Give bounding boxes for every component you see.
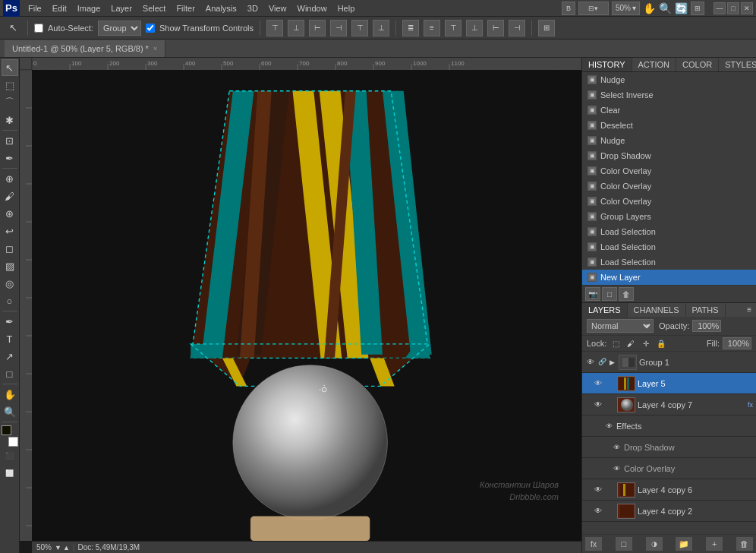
align-vcenter-btn[interactable]: ⊥ xyxy=(288,20,304,36)
auto-select-dropdown[interactable]: Group xyxy=(98,21,141,36)
pen-tool[interactable]: ✒ xyxy=(2,313,18,330)
maximize-btn[interactable]: □ xyxy=(727,2,739,14)
menu-view[interactable]: View xyxy=(263,2,292,14)
eye-icon[interactable]: 👁 xyxy=(593,485,603,495)
type-tool[interactable]: T xyxy=(2,330,18,347)
history-item[interactable]: ▣Group Layers xyxy=(582,209,756,224)
delete-history-btn[interactable]: 🗑 xyxy=(619,287,634,301)
history-item[interactable]: ▣Color Overlay xyxy=(582,179,756,194)
menu-layer[interactable]: Layer xyxy=(106,2,137,14)
marquee-tool[interactable]: ⬚ xyxy=(2,77,18,93)
menu-filter[interactable]: Filter xyxy=(171,2,200,14)
align-top-btn[interactable]: ⊤ xyxy=(266,20,283,36)
history-item[interactable]: ▣Color Overlay xyxy=(582,194,756,209)
eye-icon[interactable]: 👁 xyxy=(611,442,622,453)
show-transform-checkbox[interactable] xyxy=(146,24,155,33)
effect-drop-shadow[interactable]: 👁 Drop Shadow xyxy=(582,437,756,458)
blend-mode-arrow[interactable]: ▾ xyxy=(646,322,650,330)
history-item[interactable]: ▣Clear xyxy=(582,103,756,118)
zoom-icon[interactable]: 🔍 xyxy=(659,2,672,14)
history-item[interactable]: ▣New Layer xyxy=(582,270,756,285)
tab-color[interactable]: COLOR xyxy=(676,58,719,71)
eye-icon[interactable]: 👁 xyxy=(593,378,603,389)
zoom-controls[interactable]: ▼ ▲ xyxy=(55,544,70,551)
eye-icon[interactable]: 👁 xyxy=(585,357,596,368)
eye-icon[interactable]: 👁 xyxy=(603,421,614,431)
align-bottom-btn[interactable]: ⊢ xyxy=(309,20,326,36)
history-item[interactable]: ▣Drop Shadow xyxy=(582,148,756,163)
dodge-tool[interactable]: ○ xyxy=(2,292,18,309)
layer-item[interactable]: 👁 Layer 4 copy 7 fx xyxy=(582,394,756,416)
gradient-tool[interactable]: ▨ xyxy=(2,258,18,274)
brush-tool[interactable]: 🖌 xyxy=(2,188,18,204)
arrange-icon[interactable]: ⊞ xyxy=(691,2,704,15)
zoom-tool[interactable]: 🔍 xyxy=(2,403,18,420)
menu-select[interactable]: Select xyxy=(137,2,172,14)
distribute-btn5[interactable]: ⊢ xyxy=(487,20,504,36)
shape-tool[interactable]: □ xyxy=(2,365,18,382)
layers-panel-menu-btn[interactable]: ≡ xyxy=(742,303,756,317)
history-brush-tool[interactable]: ↩ xyxy=(2,223,18,239)
distribute-btn3[interactable]: ⊤ xyxy=(445,20,461,36)
close-btn[interactable]: ✕ xyxy=(741,2,753,14)
group-arrow[interactable]: ▶ xyxy=(610,359,615,366)
quick-select-tool[interactable]: ✱ xyxy=(2,112,18,128)
auto-select-checkbox[interactable] xyxy=(34,24,43,33)
menu-3d[interactable]: 3D xyxy=(242,2,263,14)
tab-close-btn[interactable]: × xyxy=(153,45,157,52)
eye-icon[interactable]: 👁 xyxy=(611,463,622,474)
layer-item[interactable]: 👁 Layer 4 copy 2 xyxy=(582,501,756,522)
create-layer-btn[interactable]: + xyxy=(706,537,723,551)
effects-item[interactable]: 👁 Effects xyxy=(582,416,756,437)
tab-paths[interactable]: PATHS xyxy=(686,303,726,317)
delete-layer-btn[interactable]: 🗑 xyxy=(736,537,753,551)
menu-analysis[interactable]: Analysis xyxy=(200,2,242,14)
history-item[interactable]: ▣Load Selection xyxy=(582,239,756,254)
foreground-color-swatch[interactable] xyxy=(2,425,11,435)
hand-tool[interactable]: ✋ xyxy=(2,386,18,403)
history-item[interactable]: ▣Color Overlay xyxy=(582,163,756,179)
create-snapshot-btn[interactable]: 📷 xyxy=(585,287,600,301)
align-hcenter-btn[interactable]: ⊤ xyxy=(351,20,368,36)
fill-input[interactable] xyxy=(723,337,751,349)
quick-mask-tool[interactable]: ⬛ xyxy=(2,447,18,464)
eye-icon[interactable]: 👁 xyxy=(593,400,603,410)
tab-action[interactable]: ACTION xyxy=(632,58,677,71)
zoom-level[interactable]: 50%▾ xyxy=(612,2,640,15)
history-item[interactable]: ▣Select Inverse xyxy=(582,87,756,103)
history-item[interactable]: ▣Nudge xyxy=(582,133,756,148)
fx-badge[interactable]: fx xyxy=(748,401,753,409)
crop-tool[interactable]: ⊡ xyxy=(2,132,18,149)
background-color-swatch[interactable] xyxy=(8,437,18,447)
document-tab[interactable]: Untitled-1 @ 50% (Layer 5, RGB/8) * × xyxy=(5,40,165,57)
lock-all-btn[interactable]: 🔒 xyxy=(655,337,667,349)
distribute-btn2[interactable]: ≡ xyxy=(424,20,440,36)
menu-edit[interactable]: Edit xyxy=(47,2,72,14)
rotate-icon[interactable]: 🔄 xyxy=(675,2,688,14)
align-right-btn[interactable]: ⊥ xyxy=(373,20,389,36)
screen-mode-tool[interactable]: ⬜ xyxy=(2,465,18,482)
layer-list[interactable]: 👁 🔗 ▶ Group 1 👁 Layer 5 👁 Layer 4 copy 7… xyxy=(582,352,756,534)
clone-tool[interactable]: ⊛ xyxy=(2,205,18,222)
eye-icon[interactable]: 👁 xyxy=(593,506,603,517)
distribute-btn4[interactable]: ⊥ xyxy=(466,20,483,36)
menu-file[interactable]: File xyxy=(23,2,47,14)
history-item[interactable]: ▣Load Selection xyxy=(582,254,756,270)
layer-item[interactable]: 👁 Layer 5 xyxy=(582,373,756,394)
effect-color-overlay[interactable]: 👁 Color Overlay xyxy=(582,458,756,479)
create-new-document-btn[interactable]: □ xyxy=(602,287,617,301)
eyedropper-tool[interactable]: ✒ xyxy=(2,150,18,166)
arrange-btn[interactable]: ⊞ xyxy=(538,20,555,36)
distribute-btn6[interactable]: ⊣ xyxy=(509,20,525,36)
tab-styles[interactable]: STYLES xyxy=(719,58,756,71)
heal-tool[interactable]: ⊕ xyxy=(2,170,18,187)
opacity-input[interactable] xyxy=(692,320,721,332)
screen-mode-icon[interactable]: ⊟▾ xyxy=(578,2,609,15)
eraser-tool[interactable]: ◻ xyxy=(2,240,18,257)
move-tool[interactable]: ↖ xyxy=(2,59,18,76)
menu-window[interactable]: Window xyxy=(292,2,332,14)
path-select-tool[interactable]: ↗ xyxy=(2,348,18,365)
distribute-btn1[interactable]: ≣ xyxy=(402,20,419,36)
create-group-btn[interactable]: 📁 xyxy=(676,537,692,551)
minimize-btn[interactable]: — xyxy=(713,2,726,14)
